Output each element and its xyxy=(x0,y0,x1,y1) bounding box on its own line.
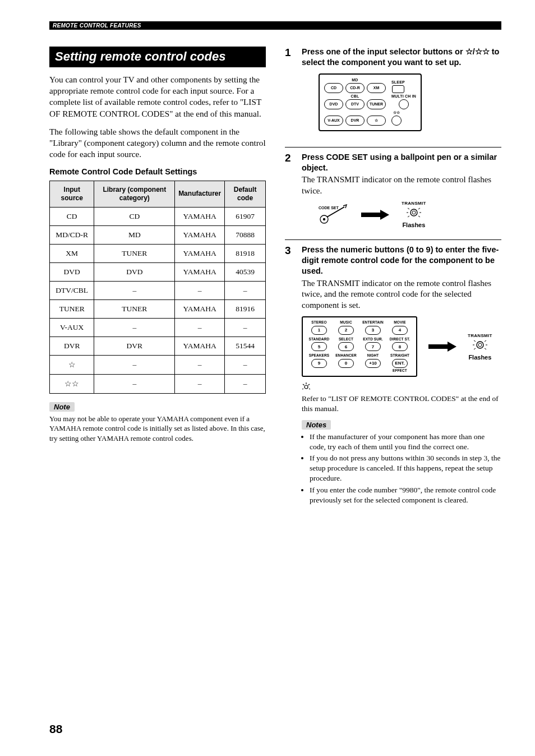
btn-dvr: DVR xyxy=(345,116,365,126)
keypad-label-top: ENTERTAIN xyxy=(362,321,384,325)
numeric-keypad: STEREO1MUSIC2ENTERTAIN3MOVIE4STANDARD5SE… xyxy=(302,316,417,377)
table-cell: – xyxy=(225,281,266,299)
arrow-right-icon xyxy=(428,343,456,351)
table-cell: YAMAHA xyxy=(175,299,225,318)
step-2-text: The TRANSMIT indicator on the remote con… xyxy=(302,174,501,196)
btn-dtv: DTV xyxy=(345,99,365,109)
keypad-label-top: NIGHT xyxy=(367,354,379,358)
lbl-md: MD xyxy=(352,78,358,82)
table-cell: – xyxy=(94,374,175,393)
svg-line-15 xyxy=(474,348,476,349)
table-cell: MD/CD-R xyxy=(50,225,94,244)
table-cell: TUNER xyxy=(94,244,175,262)
pen-icon: CODE SET xyxy=(319,204,349,226)
svg-line-7 xyxy=(408,216,409,217)
btn-tuner: TUNER xyxy=(367,99,386,109)
table-cell: YAMAHA xyxy=(175,336,225,355)
table-row: ☆☆––– xyxy=(50,374,266,393)
table-cell: DVD xyxy=(50,262,94,281)
lbl-cbl: CBL xyxy=(351,94,359,98)
step-3-number: 3 xyxy=(285,245,295,506)
codeset-diagram: CODE SET TRANSMIT xyxy=(319,201,501,228)
keypad-button: 0 xyxy=(338,359,354,368)
codeset-label: CODE SET xyxy=(319,206,339,210)
table-cell: DVR xyxy=(94,336,175,355)
keypad-cell: NIGHT+10 xyxy=(361,354,385,372)
svg-point-11 xyxy=(477,342,483,348)
step-2-title: Press CODE SET using a ballpoint pen or … xyxy=(302,152,501,173)
note-body: You may not be able to operate your YAMA… xyxy=(49,414,266,444)
th-manufacturer: Manufacturer xyxy=(175,181,225,207)
table-cell: XM xyxy=(50,244,94,262)
table-cell: DTV/CBL xyxy=(50,281,94,299)
keypad-button: 6 xyxy=(338,342,354,351)
svg-point-1 xyxy=(323,218,325,220)
btn-cd: CD xyxy=(324,83,343,93)
btn-vaux: V-AUX xyxy=(324,116,343,126)
table-row: DVRDVRYAMAHA51544 xyxy=(50,336,266,355)
keypad-cell: STANDARD5 xyxy=(307,338,331,352)
btn-sleep xyxy=(392,85,404,93)
table-caption: Remote Control Code Default Settings xyxy=(49,167,266,176)
svg-line-5 xyxy=(408,208,409,209)
table-cell: DVD xyxy=(94,262,175,281)
th-default-code: Default code xyxy=(225,181,266,207)
tip-text: Refer to "LIST OF REMOTE CONTROL CODES" … xyxy=(302,394,501,413)
table-cell: YAMAHA xyxy=(175,207,225,225)
keypad-button: 7 xyxy=(365,342,381,351)
svg-point-4 xyxy=(412,211,416,214)
table-cell: DVR xyxy=(50,336,94,355)
keypad-cell: EXTD SUR.7 xyxy=(361,338,385,352)
keypad-button: 3 xyxy=(365,326,381,335)
keypad-label-top: STRAIGHT xyxy=(390,354,409,358)
svg-line-22 xyxy=(308,384,310,385)
table-cell: – xyxy=(175,318,225,336)
table-cell: YAMAHA xyxy=(175,225,225,244)
keypad-button: +10 xyxy=(365,359,381,368)
step-divider xyxy=(285,239,501,240)
keypad-cell: MUSIC2 xyxy=(334,321,358,335)
table-cell: – xyxy=(225,318,266,336)
svg-line-13 xyxy=(474,340,476,342)
page-title: Setting remote control codes xyxy=(49,47,266,67)
transmit-label: TRANSMIT xyxy=(468,333,492,338)
btn-xm: XM xyxy=(367,83,386,93)
notes-list: If the manufacturer of your component ha… xyxy=(302,432,501,506)
th-library: Library (component category) xyxy=(94,181,175,207)
transmit-indicator: TRANSMIT Flashes xyxy=(402,201,426,228)
step-2: 2 Press CODE SET using a ballpoint pen o… xyxy=(285,152,501,232)
transmit-label: TRANSMIT xyxy=(402,201,426,206)
table-cell: V-AUX xyxy=(50,318,94,336)
table-cell: ☆ xyxy=(50,355,94,374)
table-cell: 51544 xyxy=(225,336,266,355)
svg-line-6 xyxy=(418,208,420,209)
keypad-label-top: STEREO xyxy=(311,321,326,325)
keypad-button: 5 xyxy=(311,342,327,351)
notes-list-item: If you enter the code number "9980", the… xyxy=(310,485,501,505)
table-cell: – xyxy=(175,355,225,374)
table-cell: – xyxy=(175,374,225,393)
table-row: DVDDVDYAMAHA40539 xyxy=(50,262,266,281)
table-cell: YAMAHA xyxy=(175,244,225,262)
table-cell: YAMAHA xyxy=(175,262,225,281)
table-cell: – xyxy=(94,355,175,374)
flashes-label: Flashes xyxy=(402,222,425,228)
keypad-cell: ENTERTAIN3 xyxy=(361,321,385,335)
table-cell: CD xyxy=(94,207,175,225)
btn-dvd: DVD xyxy=(324,99,343,109)
table-cell: 81916 xyxy=(225,299,266,318)
keypad-label-top: MUSIC xyxy=(340,321,352,325)
table-row: XMTUNERYAMAHA81918 xyxy=(50,244,266,262)
table-cell: – xyxy=(175,281,225,299)
tip-icon xyxy=(302,381,501,393)
step-1-number: 1 xyxy=(285,47,295,139)
notes-list-item: If you do not press any buttons within 3… xyxy=(310,453,501,484)
lbl-multi-ch: MULTI CH IN xyxy=(391,94,416,98)
svg-line-16 xyxy=(485,348,486,349)
transmit-indicator: TRANSMIT Flashes xyxy=(468,333,492,361)
right-column: 1 Press one of the input selector button… xyxy=(285,47,501,514)
btn-multi-ch xyxy=(399,99,409,109)
table-cell: 70888 xyxy=(225,225,266,244)
table-cell: – xyxy=(94,281,175,299)
step-3: 3 Press the numeric buttons (0 to 9) to … xyxy=(285,245,501,506)
